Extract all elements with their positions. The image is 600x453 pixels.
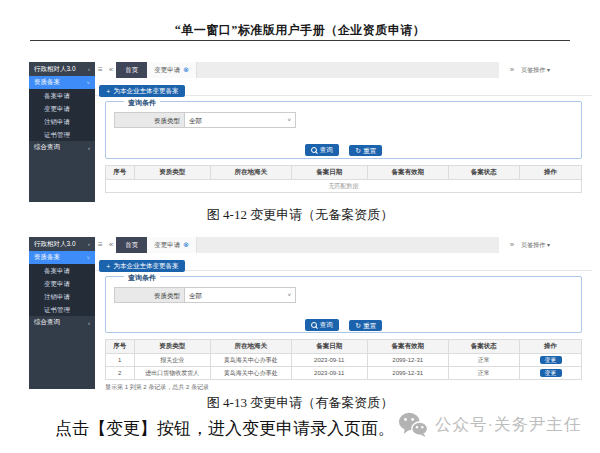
col-seq: 序号 (106, 166, 135, 180)
sidebar-item-filing[interactable]: 备案申请 (29, 89, 95, 102)
select-value: 全部 (189, 288, 202, 302)
tab-home[interactable]: 首页 (116, 237, 147, 253)
add-button-label: 为本企业主体变更备案 (114, 262, 179, 270)
tab-home[interactable]: 首页 (116, 62, 147, 78)
add-change-filing-button[interactable]: ＋ 为本企业主体变更备案 (99, 85, 185, 97)
chevron-left-icon: ‹ (88, 320, 90, 326)
sidebar-item-cancel[interactable]: 注销申请 (29, 115, 95, 128)
menu-icon[interactable]: ≡ (98, 62, 103, 78)
reset-button[interactable]: ↻ 重置 (349, 320, 382, 332)
tabs-forward-icon[interactable]: » (510, 62, 514, 78)
close-icon[interactable]: ⊗ (183, 62, 189, 78)
table-row: 2 进出口货物收发货人 黄岛海关中心办事处 2023-09-11 2099-12… (106, 367, 582, 380)
menu-icon[interactable]: ≡ (98, 237, 103, 253)
select-value: 全部 (189, 113, 202, 127)
sidebar-group-qualification[interactable]: 资质备案 ˅ (29, 251, 95, 264)
sidebar-group-label: 综合查询 (34, 318, 60, 327)
col-seq: 序号 (106, 340, 135, 354)
sidebar-item-certificate[interactable]: 证书管理 (29, 128, 95, 141)
chevron-left-icon: ‹ (88, 145, 90, 151)
add-change-filing-button[interactable]: ＋ 为本企业主体变更备案 (99, 260, 185, 272)
chevron-down-icon: ˅ (86, 255, 90, 261)
cell-date: 2023-09-11 (291, 354, 367, 367)
tab-strip: 变更申请 ⊗ (147, 237, 499, 253)
tab-change-application[interactable]: 变更申请 ⊗ (147, 62, 197, 78)
toolbar: ＋ 为本企业主体变更备案 (95, 78, 592, 96)
tab-change-application[interactable]: 变更申请 ⊗ (147, 237, 197, 253)
sidebar-item-change[interactable]: 变更申请 (29, 277, 95, 290)
sidebar-item-certificate[interactable]: 证书管理 (29, 303, 95, 316)
query-panel-legend: 查询条件 (124, 273, 160, 283)
change-button[interactable]: 变更 (540, 369, 562, 378)
figure-screenshot-2: 行政相对人3.0 ‹ 资质备案 ˅ 备案申请 变更申请 注销申请 证书管理 综合… (29, 237, 592, 389)
chevron-down-icon: ˅ (287, 288, 291, 302)
collapse-icon[interactable]: ‹ (88, 66, 90, 72)
tab-operations-dropdown[interactable]: 页签操作 ▾ (521, 241, 550, 250)
change-button[interactable]: 变更 (540, 356, 562, 365)
col-date: 备案日期 (291, 166, 367, 180)
tabs-forward-icon[interactable]: » (510, 237, 514, 253)
col-status: 备案状态 (448, 340, 519, 354)
col-type: 资质类型 (134, 340, 210, 354)
cell-date: 2023-09-11 (291, 367, 367, 380)
col-status: 备案状态 (448, 166, 519, 180)
tab-bar: ≡ « 首页 变更申请 ⊗ » 页签操作 ▾ (95, 237, 592, 253)
cell-status: 正常 (448, 367, 519, 380)
sidebar-item-change[interactable]: 变更申请 (29, 102, 95, 115)
cell-type: 进出口货物收发货人 (134, 367, 210, 380)
tab-operations-dropdown[interactable]: 页签操作 ▾ (521, 66, 550, 75)
table-pagination-summary: 显示第 1 到第 2 条记录，总共 2 条记录 (105, 383, 592, 392)
qualification-type-select[interactable]: 全部 ˅ (184, 112, 296, 128)
sidebar-item-cancel[interactable]: 注销申请 (29, 290, 95, 303)
qualification-type-label: 资质类型 (114, 112, 184, 128)
search-button[interactable]: 查询 (305, 319, 339, 331)
search-icon (311, 322, 317, 328)
sidebar-group-qualification[interactable]: 资质备案 ˅ (29, 76, 95, 89)
sidebar-item-filing[interactable]: 备案申请 (29, 264, 95, 277)
collapse-icon[interactable]: ‹ (88, 241, 90, 247)
tab-operations-label: 页签操作 (521, 67, 545, 73)
col-valid: 备案有效期 (367, 166, 448, 180)
plus-icon: ＋ (105, 87, 112, 95)
sidebar-header[interactable]: 行政相对人3.0 ‹ (29, 237, 95, 251)
cell-valid: 2099-12-31 (367, 367, 448, 380)
close-icon[interactable]: ⊗ (183, 237, 189, 253)
cell-seq: 2 (106, 367, 135, 380)
sidebar-group-query[interactable]: 综合查询 ‹ (29, 316, 95, 329)
tab-label: 变更申请 (154, 62, 180, 78)
app-sidebar: 行政相对人3.0 ‹ 资质备案 ˅ 备案申请 变更申请 注销申请 证书管理 综合… (29, 237, 95, 389)
page-title: “单一窗口”标准版用户手册（企业资质申请） (0, 22, 600, 39)
search-button-label: 查询 (320, 321, 333, 329)
search-button-label: 查询 (320, 146, 333, 154)
query-panel: 查询条件 资质类型 全部 ˅ 查询 ↻ 重置 (105, 276, 582, 333)
reset-button[interactable]: ↻ 重置 (349, 145, 382, 157)
tabs-back-icon[interactable]: « (109, 237, 113, 253)
toolbar: ＋ 为本企业主体变更备案 (95, 253, 592, 271)
chevron-down-icon: ▾ (547, 242, 550, 248)
chevron-down-icon: ˅ (86, 80, 90, 86)
qualification-type-select[interactable]: 全部 ˅ (184, 287, 296, 303)
empty-row: 无匹配数据 (106, 180, 582, 193)
cell-status: 正常 (448, 354, 519, 367)
qualification-type-label: 资质类型 (114, 287, 184, 303)
tabs-back-icon[interactable]: « (109, 62, 113, 78)
results-table: 序号 资质类型 所在地海关 备案日期 备案有效期 备案状态 操作 无匹配数据 (105, 165, 582, 193)
tab-label: 变更申请 (154, 237, 180, 253)
watermark-label: 公众号·关务尹主任 (435, 414, 582, 436)
col-operation: 操作 (520, 166, 582, 180)
table-row: 1 报关企业 黄岛海关中心办事处 2023-09-11 2099-12-31 正… (106, 354, 582, 367)
query-panel-legend: 查询条件 (124, 98, 160, 108)
sidebar-group-query[interactable]: 综合查询 ‹ (29, 141, 95, 154)
sidebar-title: 行政相对人3.0 (34, 65, 76, 74)
sidebar-header[interactable]: 行政相对人3.0 ‹ (29, 62, 95, 76)
chevron-down-icon: ▾ (547, 67, 550, 73)
sidebar-submenu: 备案申请 变更申请 注销申请 证书管理 (29, 89, 95, 141)
col-valid: 备案有效期 (367, 340, 448, 354)
search-button[interactable]: 查询 (305, 144, 339, 156)
figure-caption-4-13: 图 4-13 变更申请（有备案资质） (0, 394, 600, 412)
sidebar-filler (29, 329, 95, 389)
reset-button-label: 重置 (363, 322, 376, 330)
cell-seq: 1 (106, 354, 135, 367)
body-paragraph: 点击【变更】按钮，进入变更申请录入页面。 (55, 417, 395, 440)
sidebar-filler (29, 154, 95, 202)
